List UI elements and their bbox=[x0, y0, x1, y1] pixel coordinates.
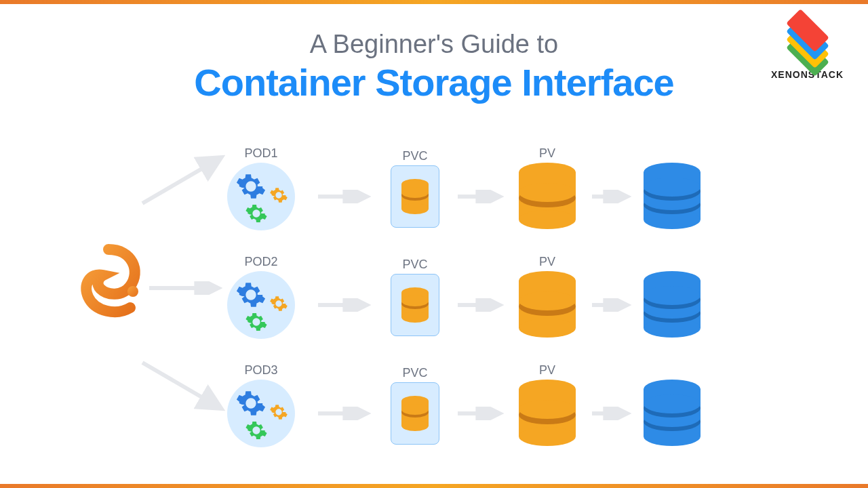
top-accent-bar bbox=[0, 0, 868, 4]
pvc-icon bbox=[391, 165, 439, 228]
storage-cylinder-icon bbox=[400, 179, 430, 214]
arrow-right-icon bbox=[317, 298, 371, 312]
diagram-row: POD3 PVC PV bbox=[136, 366, 841, 461]
storage-cylinder-icon bbox=[516, 380, 578, 447]
gear-icon bbox=[245, 419, 268, 442]
pod-label: POD3 bbox=[244, 363, 277, 378]
pv-label: PV bbox=[539, 146, 555, 161]
svg-point-49 bbox=[401, 404, 429, 415]
pvc-label: PVC bbox=[402, 149, 427, 163]
pvc-label: PVC bbox=[402, 258, 427, 272]
storage-cylinder-icon bbox=[641, 163, 703, 230]
svg-point-63 bbox=[644, 394, 701, 413]
gear-icon bbox=[245, 202, 268, 225]
pod-node: POD3 bbox=[220, 380, 302, 447]
architecture-diagram: POD1 PVC bbox=[0, 149, 868, 474]
page-title: Container Storage Interface bbox=[129, 60, 739, 104]
pod-node: POD1 bbox=[220, 163, 302, 230]
pvc-node: PVC bbox=[383, 274, 447, 336]
gear-icon bbox=[269, 186, 288, 205]
pod-label: POD1 bbox=[244, 146, 277, 161]
gear-icon bbox=[235, 388, 267, 419]
svg-point-53 bbox=[519, 427, 576, 446]
pv-node: PV bbox=[513, 271, 581, 339]
brand-logo: XENONSTACK bbox=[771, 18, 844, 80]
gear-icon bbox=[235, 279, 267, 310]
pod-icon bbox=[227, 380, 295, 447]
pod-node: POD2 bbox=[220, 271, 302, 339]
external-storage-node bbox=[638, 380, 706, 447]
svg-point-7 bbox=[401, 203, 429, 214]
pod-label: POD2 bbox=[244, 255, 277, 269]
svg-point-9 bbox=[401, 187, 429, 198]
arrow-right-icon bbox=[591, 407, 631, 420]
gear-icon bbox=[245, 310, 268, 333]
arrow-right-icon bbox=[591, 298, 631, 312]
arrow-right-icon bbox=[317, 407, 371, 420]
svg-point-43 bbox=[644, 286, 701, 305]
pod-icon bbox=[227, 271, 295, 339]
arrow-right-icon bbox=[591, 190, 631, 203]
pvc-icon bbox=[391, 274, 439, 336]
diagram-row: POD1 PVC bbox=[136, 149, 841, 244]
external-storage-node bbox=[638, 163, 706, 230]
logo-stack-icon bbox=[781, 18, 835, 65]
gear-icon bbox=[235, 171, 267, 202]
arrow-right-icon bbox=[456, 298, 504, 312]
pv-label: PV bbox=[539, 363, 555, 378]
svg-point-13 bbox=[519, 210, 576, 229]
pvc-label: PVC bbox=[402, 366, 427, 380]
page-title-block: A Beginner's Guide to Container Storage … bbox=[129, 30, 739, 104]
pod-icon bbox=[227, 163, 295, 230]
svg-point-27 bbox=[401, 312, 429, 323]
external-storage-node bbox=[638, 271, 706, 339]
page-subtitle: A Beginner's Guide to bbox=[129, 30, 739, 59]
gear-icon bbox=[269, 294, 288, 313]
svg-point-47 bbox=[401, 420, 429, 431]
svg-point-29 bbox=[401, 296, 429, 306]
arrow-right-icon bbox=[456, 190, 504, 203]
pvc-icon bbox=[391, 382, 439, 445]
svg-point-55 bbox=[519, 400, 576, 419]
svg-point-23 bbox=[644, 178, 701, 197]
bottom-accent-bar bbox=[0, 484, 868, 488]
gear-icon bbox=[269, 403, 288, 422]
storage-cylinder-icon bbox=[400, 287, 430, 323]
storage-cylinder-icon bbox=[641, 271, 703, 339]
arrow-right-icon bbox=[317, 190, 371, 203]
storage-cylinder-icon bbox=[516, 271, 578, 339]
pv-node: PV bbox=[513, 163, 581, 230]
storage-cylinder-icon bbox=[641, 380, 703, 447]
pvc-node: PVC bbox=[383, 382, 447, 445]
brand-name: XENONSTACK bbox=[771, 69, 844, 80]
svg-point-35 bbox=[519, 291, 576, 310]
pv-label: PV bbox=[539, 255, 555, 269]
arrow-right-icon bbox=[456, 407, 504, 420]
storage-cylinder-icon bbox=[516, 163, 578, 230]
storage-cylinder-icon bbox=[400, 396, 430, 431]
svg-point-33 bbox=[519, 319, 576, 338]
pv-node: PV bbox=[513, 380, 581, 447]
diagram-row: POD2 PVC PV bbox=[136, 258, 841, 352]
pvc-node: PVC bbox=[383, 165, 447, 228]
svg-point-15 bbox=[519, 183, 576, 202]
